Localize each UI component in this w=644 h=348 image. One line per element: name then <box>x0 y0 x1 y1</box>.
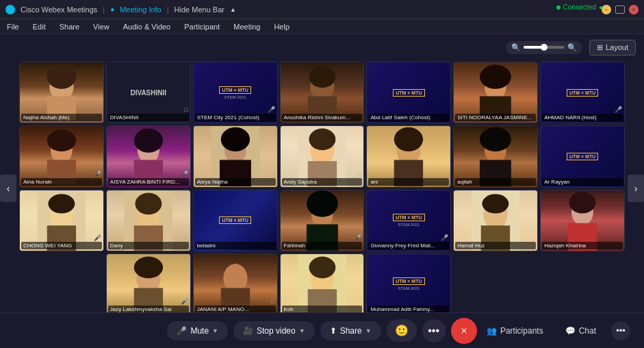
video-off-icon-divashinii: □ <box>184 106 188 113</box>
share-icon: ⬆ <box>330 326 337 336</box>
hide-menu-label[interactable]: Hide Menu Bar <box>175 5 224 14</box>
participant-cell-aisya[interactable]: AISYA ZAHRA BINTI FIRD... 🎤 <box>106 125 191 187</box>
side-more-icon: ••• <box>616 325 626 336</box>
participants-icon: 👥 <box>487 326 497 336</box>
meeting-info-label[interactable]: Meeting Info <box>120 5 162 14</box>
participant-cell-andy[interactable]: Andy Saputra □ <box>280 125 365 187</box>
chat-button[interactable]: 💬 Chat <box>558 322 603 340</box>
stop-video-button[interactable]: 🎥 Stop video ▼ <box>233 321 315 340</box>
cisco-logo-icon <box>5 5 15 14</box>
mute-icon-aina: 🎤 <box>94 171 101 177</box>
menu-meeting[interactable]: Meeting <box>231 21 263 32</box>
menu-view[interactable]: View <box>90 21 112 32</box>
menu-participant[interactable]: Participant <box>181 21 222 32</box>
participant-cell-giovanny[interactable]: UTM × MTU STEM 2021 Giovanny Frey Fred M… <box>366 190 451 251</box>
participant-cell-stemcity[interactable]: UTM × MTU STEM 2021 STEM City 2021 (Coho… <box>193 62 278 123</box>
svg-point-55 <box>309 256 335 278</box>
layout-grid-icon: ⊞ <box>597 43 603 52</box>
mute-button[interactable]: 🎤 Mute ▼ <box>167 321 228 340</box>
zoom-in-icon[interactable]: 🔍 <box>567 43 577 52</box>
mute-icon-stemcity: 🎤 <box>268 106 275 113</box>
svg-point-22 <box>309 129 335 151</box>
participant-name-stemcity: STEM City 2021 (Cohost) <box>195 114 276 121</box>
participant-cell-ani[interactable]: ani <box>366 125 451 187</box>
participant-cell-ahmad[interactable]: UTM × MTU AHMAD NARII (Host) 🎤 <box>540 62 625 123</box>
menu-share[interactable]: Share <box>57 21 82 32</box>
emoji-button[interactable]: 🙂 <box>387 319 417 342</box>
mute-icon-giovanny: 🎤 <box>441 234 448 241</box>
side-more-button[interactable]: ••• <box>611 321 630 340</box>
participant-name-andy: Andy Saputra <box>282 178 363 186</box>
participant-cell-arrayyan[interactable]: UTM × MTU Ar Rayyan <box>540 125 625 187</box>
participants-label: Participants <box>500 326 543 336</box>
chat-label: Chat <box>579 326 596 336</box>
close-button[interactable]: × <box>629 5 639 14</box>
participant-name-aleya: Aleya Najiha <box>195 178 276 186</box>
mute-label: Mute <box>190 326 209 336</box>
menu-file[interactable]: File <box>4 21 22 32</box>
window-controls: − × <box>602 5 639 14</box>
participant-cell-siti[interactable]: SITI NOORALYAA JASMINE BIN... <box>453 62 538 123</box>
participant-name-ahmad: AHMAD NARII (Host) <box>542 114 623 121</box>
participant-cell-koh[interactable]: Koh <box>280 253 365 315</box>
stop-video-label: Stop video <box>257 326 296 336</box>
participant-cell-aqilah[interactable]: aqilah <box>453 125 538 187</box>
participant-cell-fahimah[interactable]: Fahimah 🎤 <box>280 190 365 251</box>
svg-point-18 <box>220 127 249 151</box>
svg-point-49 <box>134 256 163 278</box>
zoom-control[interactable]: 🔍 🔍 <box>506 41 582 54</box>
svg-point-2 <box>47 65 76 89</box>
title-bar-left: Cisco Webex Meetings | ● Meeting Info | … <box>5 5 602 14</box>
maximize-button[interactable] <box>615 5 625 14</box>
participant-name-dany: Dany <box>108 242 189 249</box>
participant-name-siti: SITI NOORALYAA JASMINE BIN... <box>455 114 536 121</box>
layout-label: Layout <box>606 43 628 51</box>
participant-cell-belasini[interactable]: UTM × MTU belasini <box>193 190 278 251</box>
svg-point-11 <box>47 130 76 152</box>
nav-left-button[interactable]: ‹ <box>0 175 16 202</box>
share-caret-icon[interactable]: ▼ <box>365 327 372 334</box>
menu-edit[interactable]: Edit <box>30 21 49 32</box>
participant-name-divashinii: DIVASHINII <box>108 114 189 121</box>
phone-icon-andy: □ <box>358 171 361 177</box>
participant-cell-najiha[interactable]: Najiha Aishah (Me) <box>19 62 104 123</box>
chat-icon: 💬 <box>565 326 576 336</box>
menu-bar: File Edit Share View Audio & Video Parti… <box>0 19 644 34</box>
participant-cell-hamat[interactable]: Hamat Huz <box>453 190 538 251</box>
participant-cell-janani[interactable]: JANANI A/P MANO... □ <box>193 253 278 315</box>
mute-icon-fahimah: 🎤 <box>354 234 361 241</box>
end-button[interactable]: ✕ <box>451 318 477 344</box>
video-grid: Najiha Aishah (Me) DIVASHINII DIVASHINII… <box>19 62 625 315</box>
layout-button[interactable]: ⊞ Layout <box>589 40 636 55</box>
svg-point-25 <box>394 127 423 151</box>
connected-badge: Connected ● <box>556 3 603 11</box>
participant-cell-anushika[interactable]: Anushika Rishni Sivakum... <box>280 62 365 123</box>
participant-cell-haziqah[interactable]: Haziqah Khairina <box>540 190 625 251</box>
participant-cell-dany[interactable]: Dany □ <box>106 190 191 251</box>
mute-icon-jazy: 🎤 <box>181 298 188 305</box>
participant-cell-aina[interactable]: Aina Nurain 🎤 <box>19 125 104 187</box>
participants-button[interactable]: 👥 Participants <box>480 322 550 340</box>
participant-cell-chong[interactable]: CHONG WEI YANG 🎤 <box>19 190 104 251</box>
nav-right-button[interactable]: › <box>628 175 644 202</box>
zoom-slider[interactable] <box>524 46 565 49</box>
more-button[interactable]: ••• <box>422 319 446 343</box>
zoom-out-icon[interactable]: 🔍 <box>511 43 521 52</box>
video-caret-icon[interactable]: ▼ <box>299 327 305 334</box>
participant-name-giovanny: Giovanny Frey Fred Mali... <box>368 242 449 249</box>
menu-audio-video[interactable]: Audio & Video <box>120 21 174 32</box>
share-button[interactable]: ⬆ Share ▼ <box>320 321 381 340</box>
participant-cell-jazy[interactable]: Jazy Lakshmyvaksha Sai 🎤 <box>106 253 191 315</box>
menu-help[interactable]: Help <box>271 21 292 32</box>
participant-cell-abdlatif[interactable]: UTM × MTU Abd Latif Saleh (Cohost) <box>366 62 451 123</box>
participant-cell-adib[interactable]: UTM × MTU STEM 2021 Muhammad Adib Fahmy.… <box>366 253 451 315</box>
mute-caret-icon[interactable]: ▼ <box>212 327 218 334</box>
participant-cell-aleya[interactable]: Aleya Najiha □ <box>193 125 278 187</box>
toolbar: 🔍 🔍 ⊞ Layout <box>0 34 644 60</box>
svg-point-28 <box>480 127 511 151</box>
participant-cell-divashinii[interactable]: DIVASHINII DIVASHINII □ <box>106 62 191 123</box>
minimize-button[interactable]: − <box>602 5 611 14</box>
connected-label: Connected <box>563 3 596 11</box>
more-icon: ••• <box>428 325 439 337</box>
mute-icon-ahmad: 🎤 <box>615 106 622 113</box>
